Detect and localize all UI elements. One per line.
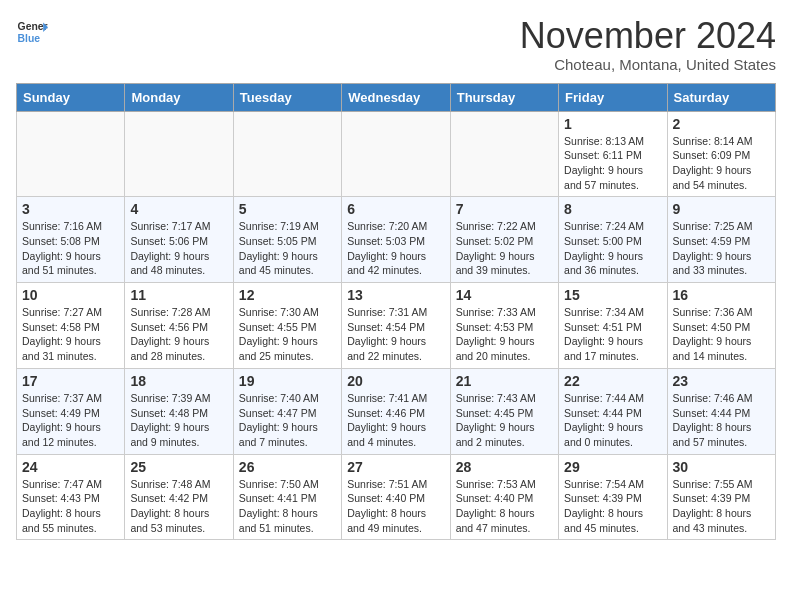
day-number: 22	[564, 373, 661, 389]
calendar-cell: 15Sunrise: 7:34 AM Sunset: 4:51 PM Dayli…	[559, 283, 667, 369]
calendar-week-row: 3Sunrise: 7:16 AM Sunset: 5:08 PM Daylig…	[17, 197, 776, 283]
day-info: Sunrise: 8:13 AM Sunset: 6:11 PM Dayligh…	[564, 134, 661, 193]
day-number: 11	[130, 287, 227, 303]
calendar-cell: 9Sunrise: 7:25 AM Sunset: 4:59 PM Daylig…	[667, 197, 775, 283]
calendar-cell: 25Sunrise: 7:48 AM Sunset: 4:42 PM Dayli…	[125, 454, 233, 540]
calendar-cell: 26Sunrise: 7:50 AM Sunset: 4:41 PM Dayli…	[233, 454, 341, 540]
calendar-cell: 29Sunrise: 7:54 AM Sunset: 4:39 PM Dayli…	[559, 454, 667, 540]
calendar-cell: 30Sunrise: 7:55 AM Sunset: 4:39 PM Dayli…	[667, 454, 775, 540]
svg-text:Blue: Blue	[18, 33, 41, 44]
calendar-cell: 13Sunrise: 7:31 AM Sunset: 4:54 PM Dayli…	[342, 283, 450, 369]
page-container: General Blue November 2024 Choteau, Mont…	[0, 0, 792, 548]
calendar-cell: 10Sunrise: 7:27 AM Sunset: 4:58 PM Dayli…	[17, 283, 125, 369]
day-info: Sunrise: 7:36 AM Sunset: 4:50 PM Dayligh…	[673, 305, 770, 364]
day-number: 28	[456, 459, 553, 475]
day-number: 18	[130, 373, 227, 389]
day-number: 21	[456, 373, 553, 389]
day-info: Sunrise: 7:24 AM Sunset: 5:00 PM Dayligh…	[564, 219, 661, 278]
calendar-cell: 7Sunrise: 7:22 AM Sunset: 5:02 PM Daylig…	[450, 197, 558, 283]
day-info: Sunrise: 7:30 AM Sunset: 4:55 PM Dayligh…	[239, 305, 336, 364]
weekday-header: Saturday	[667, 83, 775, 111]
logo: General Blue	[16, 16, 48, 48]
day-number: 20	[347, 373, 444, 389]
calendar-cell: 21Sunrise: 7:43 AM Sunset: 4:45 PM Dayli…	[450, 368, 558, 454]
day-info: Sunrise: 7:27 AM Sunset: 4:58 PM Dayligh…	[22, 305, 119, 364]
day-number: 9	[673, 201, 770, 217]
day-info: Sunrise: 7:55 AM Sunset: 4:39 PM Dayligh…	[673, 477, 770, 536]
day-info: Sunrise: 7:41 AM Sunset: 4:46 PM Dayligh…	[347, 391, 444, 450]
day-number: 4	[130, 201, 227, 217]
day-info: Sunrise: 7:19 AM Sunset: 5:05 PM Dayligh…	[239, 219, 336, 278]
calendar-cell: 24Sunrise: 7:47 AM Sunset: 4:43 PM Dayli…	[17, 454, 125, 540]
day-info: Sunrise: 7:37 AM Sunset: 4:49 PM Dayligh…	[22, 391, 119, 450]
day-number: 3	[22, 201, 119, 217]
calendar-cell	[125, 111, 233, 197]
calendar-cell: 11Sunrise: 7:28 AM Sunset: 4:56 PM Dayli…	[125, 283, 233, 369]
calendar-cell	[17, 111, 125, 197]
day-number: 1	[564, 116, 661, 132]
calendar-cell: 17Sunrise: 7:37 AM Sunset: 4:49 PM Dayli…	[17, 368, 125, 454]
calendar-cell: 16Sunrise: 7:36 AM Sunset: 4:50 PM Dayli…	[667, 283, 775, 369]
day-info: Sunrise: 7:16 AM Sunset: 5:08 PM Dayligh…	[22, 219, 119, 278]
day-info: Sunrise: 7:31 AM Sunset: 4:54 PM Dayligh…	[347, 305, 444, 364]
day-number: 16	[673, 287, 770, 303]
day-number: 23	[673, 373, 770, 389]
logo-icon: General Blue	[16, 16, 48, 48]
day-number: 10	[22, 287, 119, 303]
day-number: 7	[456, 201, 553, 217]
calendar-cell: 1Sunrise: 8:13 AM Sunset: 6:11 PM Daylig…	[559, 111, 667, 197]
calendar-cell	[342, 111, 450, 197]
day-number: 6	[347, 201, 444, 217]
day-info: Sunrise: 7:28 AM Sunset: 4:56 PM Dayligh…	[130, 305, 227, 364]
day-number: 14	[456, 287, 553, 303]
day-number: 17	[22, 373, 119, 389]
calendar-cell: 19Sunrise: 7:40 AM Sunset: 4:47 PM Dayli…	[233, 368, 341, 454]
day-info: Sunrise: 7:40 AM Sunset: 4:47 PM Dayligh…	[239, 391, 336, 450]
day-number: 25	[130, 459, 227, 475]
weekday-header: Tuesday	[233, 83, 341, 111]
day-info: Sunrise: 7:47 AM Sunset: 4:43 PM Dayligh…	[22, 477, 119, 536]
calendar-cell	[450, 111, 558, 197]
day-info: Sunrise: 7:20 AM Sunset: 5:03 PM Dayligh…	[347, 219, 444, 278]
day-number: 30	[673, 459, 770, 475]
title-block: November 2024 Choteau, Montana, United S…	[520, 16, 776, 73]
calendar-week-row: 1Sunrise: 8:13 AM Sunset: 6:11 PM Daylig…	[17, 111, 776, 197]
day-info: Sunrise: 8:14 AM Sunset: 6:09 PM Dayligh…	[673, 134, 770, 193]
calendar-week-row: 10Sunrise: 7:27 AM Sunset: 4:58 PM Dayli…	[17, 283, 776, 369]
weekday-header: Monday	[125, 83, 233, 111]
day-info: Sunrise: 7:22 AM Sunset: 5:02 PM Dayligh…	[456, 219, 553, 278]
calendar-cell: 8Sunrise: 7:24 AM Sunset: 5:00 PM Daylig…	[559, 197, 667, 283]
day-number: 26	[239, 459, 336, 475]
calendar-cell: 2Sunrise: 8:14 AM Sunset: 6:09 PM Daylig…	[667, 111, 775, 197]
weekday-header: Thursday	[450, 83, 558, 111]
calendar-cell: 22Sunrise: 7:44 AM Sunset: 4:44 PM Dayli…	[559, 368, 667, 454]
calendar-body: 1Sunrise: 8:13 AM Sunset: 6:11 PM Daylig…	[17, 111, 776, 540]
calendar-week-row: 17Sunrise: 7:37 AM Sunset: 4:49 PM Dayli…	[17, 368, 776, 454]
day-number: 29	[564, 459, 661, 475]
day-number: 27	[347, 459, 444, 475]
day-info: Sunrise: 7:53 AM Sunset: 4:40 PM Dayligh…	[456, 477, 553, 536]
calendar-cell: 5Sunrise: 7:19 AM Sunset: 5:05 PM Daylig…	[233, 197, 341, 283]
weekday-header: Wednesday	[342, 83, 450, 111]
calendar-cell	[233, 111, 341, 197]
day-number: 13	[347, 287, 444, 303]
day-info: Sunrise: 7:39 AM Sunset: 4:48 PM Dayligh…	[130, 391, 227, 450]
day-info: Sunrise: 7:33 AM Sunset: 4:53 PM Dayligh…	[456, 305, 553, 364]
calendar-cell: 14Sunrise: 7:33 AM Sunset: 4:53 PM Dayli…	[450, 283, 558, 369]
day-number: 24	[22, 459, 119, 475]
calendar-cell: 4Sunrise: 7:17 AM Sunset: 5:06 PM Daylig…	[125, 197, 233, 283]
calendar-cell: 18Sunrise: 7:39 AM Sunset: 4:48 PM Dayli…	[125, 368, 233, 454]
weekday-header-row: SundayMondayTuesdayWednesdayThursdayFrid…	[17, 83, 776, 111]
day-info: Sunrise: 7:34 AM Sunset: 4:51 PM Dayligh…	[564, 305, 661, 364]
weekday-header: Friday	[559, 83, 667, 111]
day-info: Sunrise: 7:44 AM Sunset: 4:44 PM Dayligh…	[564, 391, 661, 450]
day-number: 5	[239, 201, 336, 217]
location: Choteau, Montana, United States	[520, 56, 776, 73]
calendar-cell: 12Sunrise: 7:30 AM Sunset: 4:55 PM Dayli…	[233, 283, 341, 369]
calendar-table: SundayMondayTuesdayWednesdayThursdayFrid…	[16, 83, 776, 541]
day-number: 8	[564, 201, 661, 217]
calendar-cell: 20Sunrise: 7:41 AM Sunset: 4:46 PM Dayli…	[342, 368, 450, 454]
day-info: Sunrise: 7:50 AM Sunset: 4:41 PM Dayligh…	[239, 477, 336, 536]
month-title: November 2024	[520, 16, 776, 56]
calendar-cell: 3Sunrise: 7:16 AM Sunset: 5:08 PM Daylig…	[17, 197, 125, 283]
